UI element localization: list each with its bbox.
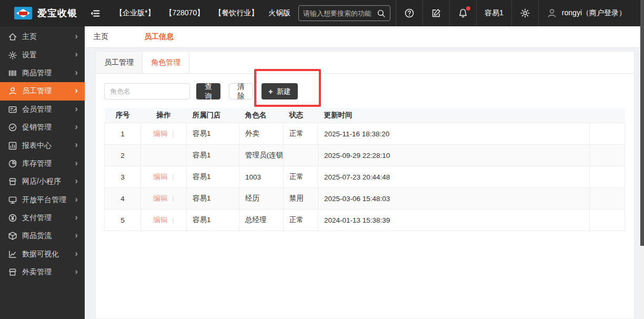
- create-button-label: 新建: [277, 87, 291, 96]
- action-separator: |: [172, 173, 174, 181]
- function-search: [298, 5, 390, 21]
- chevron-right-icon: ›: [75, 249, 78, 258]
- help-icon: [404, 8, 415, 18]
- col-status: 状态: [284, 108, 318, 123]
- settings-button[interactable]: [511, 0, 538, 26]
- action-separator: |: [172, 194, 174, 202]
- role-name-input[interactable]: [104, 83, 190, 99]
- logo-diamond-icon: [16, 9, 30, 17]
- clear-button[interactable]: 清除: [229, 83, 253, 99]
- user-menu[interactable]: rongyi（商户登录）: [538, 0, 644, 26]
- check-circle-icon: [8, 123, 17, 132]
- table-header-row: 序号 操作 所属门店 角色名 状态 更新时间: [105, 108, 625, 123]
- cell-extra: [590, 123, 625, 145]
- cell-status: 正常: [284, 166, 318, 188]
- table-row: 5 编辑| 容易1 总经理 正常 2024-01-13 15:38:39: [105, 210, 625, 231]
- edit-link[interactable]: 编辑: [153, 194, 167, 202]
- nav-item-edition[interactable]: 【企业版*】: [115, 8, 155, 18]
- shop-icon: [8, 267, 17, 277]
- edit-link[interactable]: 编辑: [153, 173, 167, 181]
- cell-role: 管理员(连锁): [239, 145, 284, 166]
- cell-actions: 编辑|: [141, 166, 187, 188]
- app-title: 爱宝收银: [37, 7, 77, 19]
- sidebar-item-报表中心[interactable]: 报表中心 ›: [0, 136, 85, 154]
- main-content: 主页 员工信息 员工管理 角色管理 查询 清除 + 新建 序号 操: [85, 26, 644, 319]
- user-name: rongyi（商户登录）: [562, 8, 626, 18]
- home-icon: [8, 32, 17, 42]
- cell-status: 正常: [284, 123, 318, 145]
- feedback-button[interactable]: [422, 0, 449, 26]
- topbar-actions: 容易1 rongyi（商户登录）: [396, 0, 644, 26]
- gear-icon: [8, 51, 17, 60]
- sidebar-item-主页[interactable]: 主页 ›: [0, 28, 85, 46]
- cell-store: 容易1: [187, 145, 239, 166]
- monitor-icon: [8, 195, 17, 205]
- page-tab-home[interactable]: 主页: [94, 32, 108, 42]
- cell-extra: [590, 188, 625, 210]
- sidebar-item-开放平台管理[interactable]: 开放平台管理 ›: [0, 191, 85, 209]
- col-extra: [590, 108, 625, 123]
- cell-updated: 2025-11-16 18:38:20: [318, 123, 590, 145]
- sidebar-item-数据可视化[interactable]: 数据可视化 ›: [0, 245, 85, 263]
- sidebar-item-员工管理[interactable]: 员工管理 ›: [0, 82, 85, 100]
- sidebar-item-外卖管理[interactable]: 外卖管理 ›: [0, 263, 85, 281]
- edit-link[interactable]: 编辑: [153, 129, 167, 137]
- chevron-right-icon: ›: [75, 49, 78, 58]
- cell-store: 容易1: [187, 166, 239, 188]
- cell-role: 总经理: [239, 210, 284, 231]
- cell-store: 容易1: [187, 123, 239, 145]
- sidebar-item-商品货流[interactable]: 商品货流 ›: [0, 227, 85, 245]
- sidebar-item-会员管理[interactable]: 会员管理 ›: [0, 101, 85, 118]
- filter-row: 查询 清除 + 新建: [96, 74, 634, 108]
- cell-index: 2: [105, 145, 141, 166]
- search-icon[interactable]: [377, 9, 386, 18]
- store-selector[interactable]: 容易1: [476, 0, 511, 26]
- chevron-right-icon: ›: [75, 32, 78, 41]
- sidebar-item-库存管理[interactable]: 库存管理 ›: [0, 155, 85, 173]
- cell-extra: [590, 145, 625, 166]
- barcode-icon: [8, 68, 17, 78]
- tabs-row: 员工管理 角色管理: [96, 52, 634, 74]
- chevron-right-icon: ›: [75, 68, 78, 77]
- cell-actions: [141, 145, 187, 166]
- sidebar-item-商品管理[interactable]: 商品管理 ›: [0, 64, 85, 82]
- edit-link[interactable]: 编辑: [153, 216, 167, 224]
- yen-coin-icon: [8, 213, 17, 223]
- chevron-right-icon: ›: [75, 213, 78, 222]
- nav-item-merchant-id[interactable]: 【728070】: [165, 8, 204, 18]
- sidebar-item-网店/小程序[interactable]: 网店/小程序 ›: [0, 173, 85, 191]
- col-updated: 更新时间: [318, 108, 590, 123]
- cell-index: 5: [105, 210, 141, 231]
- nav-item-version[interactable]: 火锅版: [268, 8, 290, 18]
- chevron-right-icon: ›: [75, 158, 78, 167]
- collapse-menu-icon[interactable]: [89, 8, 100, 19]
- cell-status: 正常: [284, 210, 318, 231]
- cell-extra: [590, 166, 625, 188]
- bar-chart-icon: [8, 141, 17, 151]
- scrollbar[interactable]: [640, 0, 644, 319]
- tab-employee-management[interactable]: 员工管理: [96, 52, 143, 73]
- nav-item-industry[interactable]: 【餐饮行业】: [214, 8, 258, 18]
- sidebar-item-支付管理[interactable]: 支付管理 ›: [0, 209, 85, 227]
- chevron-right-icon: ›: [75, 104, 78, 113]
- cell-role: 1003: [239, 166, 284, 188]
- user-avatar-icon: [547, 8, 557, 18]
- help-button[interactable]: [396, 0, 422, 26]
- cell-actions: 编辑|: [141, 188, 187, 210]
- plus-icon: +: [268, 87, 273, 96]
- action-separator: |: [172, 216, 174, 224]
- sidebar-item-设置[interactable]: 设置 ›: [0, 46, 85, 64]
- notifications-button[interactable]: [449, 0, 476, 26]
- cell-actions: 编辑|: [141, 123, 187, 145]
- page-tab-employee-info[interactable]: 员工信息: [144, 32, 174, 42]
- scrollbar-thumb[interactable]: [640, 0, 644, 246]
- search-input[interactable]: [303, 9, 377, 17]
- tab-role-management[interactable]: 角色管理: [143, 52, 189, 73]
- app-logo[interactable]: [14, 7, 32, 19]
- cell-updated: 2025-09-29 22:28:10: [318, 145, 590, 166]
- sidebar-item-促销管理[interactable]: 促销管理 ›: [0, 118, 85, 136]
- create-button[interactable]: + 新建: [261, 83, 298, 99]
- cell-store: 容易1: [187, 188, 239, 210]
- query-button[interactable]: 查询: [196, 83, 220, 99]
- cell-actions: 编辑|: [141, 210, 187, 231]
